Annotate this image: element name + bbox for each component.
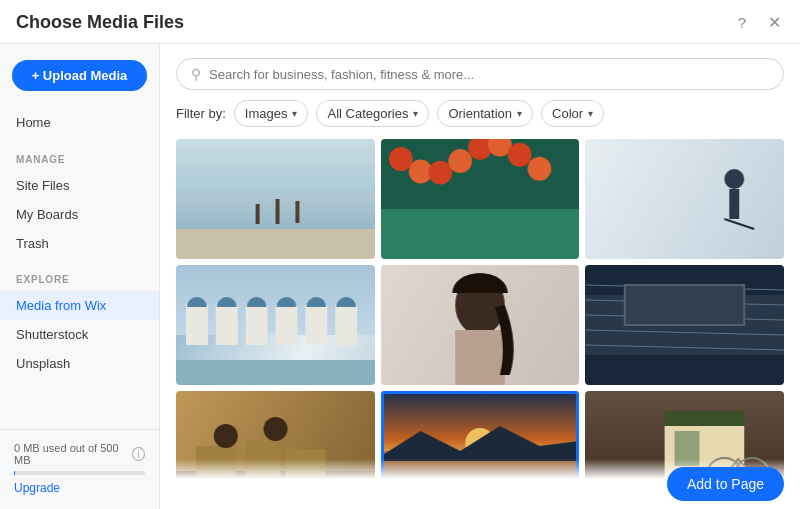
sidebar-footer: 0 MB used out of 500 MB i Upgrade [0, 429, 159, 509]
close-icon[interactable]: ✕ [764, 13, 784, 33]
upload-media-button[interactable]: + Upload Media [12, 60, 147, 91]
chevron-down-icon: ▾ [292, 108, 297, 119]
image-cell[interactable] [176, 265, 375, 385]
sidebar-item-trash[interactable]: Trash [0, 229, 159, 258]
sidebar-item-shutterstock[interactable]: Shutterstock [0, 320, 159, 349]
help-icon[interactable]: ? [732, 13, 752, 33]
upgrade-link[interactable]: Upgrade [14, 481, 145, 495]
filter-bar: Filter by: Images ▾ All Categories ▾ Ori… [160, 100, 800, 139]
page-title: Choose Media Files [16, 12, 184, 33]
filter-color-dropdown[interactable]: Color ▾ [541, 100, 604, 127]
image-cell[interactable] [176, 139, 375, 259]
search-icon: ⚲ [191, 66, 201, 82]
search-bar-container: ⚲ [160, 44, 800, 100]
title-bar: Choose Media Files ? ✕ [0, 0, 800, 44]
image-cell[interactable] [381, 139, 580, 259]
filter-orientation-dropdown[interactable]: Orientation ▾ [437, 100, 533, 127]
storage-info-icon[interactable]: i [132, 447, 145, 461]
bottom-bar: Add to Page [160, 459, 800, 509]
filter-categories-dropdown[interactable]: All Categories ▾ [316, 100, 429, 127]
sidebar-item-site-files[interactable]: Site Files [0, 171, 159, 200]
image-cell[interactable] [585, 139, 784, 259]
storage-text: 0 MB used out of 500 MB i [14, 442, 145, 466]
sidebar-explore-label: EXPLORE [0, 258, 159, 291]
filter-images-dropdown[interactable]: Images ▾ [234, 100, 309, 127]
title-bar-actions: ? ✕ [732, 13, 784, 33]
image-cell[interactable] [585, 265, 784, 385]
chevron-down-icon: ▾ [413, 108, 418, 119]
main-container: + Upload Media Home MANAGE Site Files My… [0, 44, 800, 509]
image-cell[interactable] [381, 265, 580, 385]
image-grid [160, 139, 800, 509]
storage-bar [14, 471, 145, 475]
sidebar-item-home[interactable]: Home [0, 107, 159, 138]
content-area: ⚲ Filter by: Images ▾ All Categories ▾ O… [160, 44, 800, 509]
sidebar-manage-label: MANAGE [0, 138, 159, 171]
filter-by-label: Filter by: [176, 106, 226, 121]
search-bar: ⚲ [176, 58, 784, 90]
sidebar-item-my-boards[interactable]: My Boards [0, 200, 159, 229]
search-input[interactable] [209, 67, 769, 82]
storage-bar-fill [14, 471, 15, 475]
add-to-page-button[interactable]: Add to Page [667, 467, 784, 501]
chevron-down-icon: ▾ [517, 108, 522, 119]
sidebar-item-media-from-wix[interactable]: Media from Wix [0, 291, 159, 320]
sidebar: + Upload Media Home MANAGE Site Files My… [0, 44, 160, 509]
chevron-down-icon: ▾ [588, 108, 593, 119]
sidebar-item-unsplash[interactable]: Unsplash [0, 349, 159, 378]
